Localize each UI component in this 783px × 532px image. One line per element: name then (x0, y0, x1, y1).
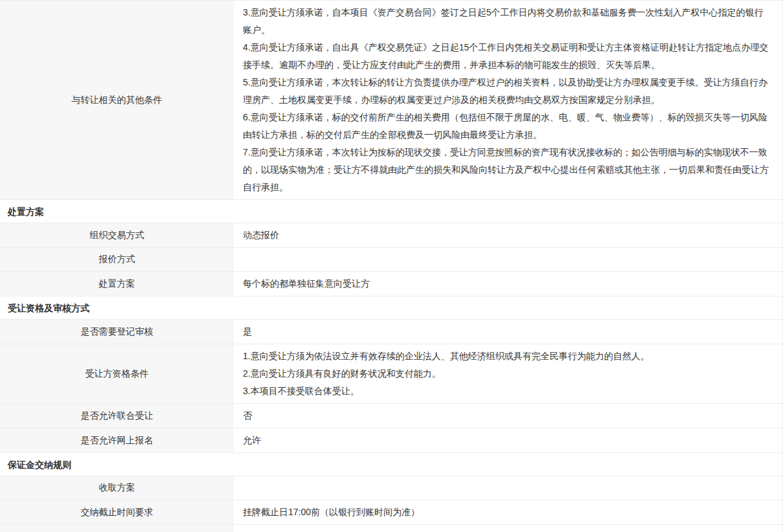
row-value-paragraph: 是 (243, 323, 772, 340)
row-label: 受让方资格条件 (0, 344, 234, 404)
row-value-paragraph: 3.意向受让方须承诺，自本项目《资产交易合同》签订之日起5个工作日内将交易价款和… (243, 4, 772, 39)
table-row: 交纳截止时间要求挂牌截止日17:00前（以银行到账时间为准） (0, 500, 782, 525)
row-label: 保证事项 (0, 525, 234, 532)
row-value-paragraph: 每个标的都单独征集意向受让方 (243, 275, 772, 293)
table-row: 是否允许网上报名允许 (0, 428, 782, 453)
table-row: 是否允许联合受让否 (0, 404, 782, 428)
table-row: 处置方案每个标的都单独征集意向受让方 (0, 272, 782, 296)
row-value: 否 (235, 404, 782, 428)
table-row: 与转让相关的其他条件3.意向受让方须承诺，自本项目《资产交易合同》签订之日起5个… (0, 1, 782, 200)
row-value-paragraph: 4.意向受让方须承诺，自出具《产权交易凭证》之日起15个工作日内凭相关交易证明和… (243, 39, 772, 74)
row-value: 挂牌截止日17:00前（以银行到账时间为准） (235, 500, 782, 525)
row-label: 是否允许联合受让 (0, 404, 234, 428)
row-value: 1.意向受让方须为依法设立并有效存续的企业法人、其他经济组织或具有完全民事行为能… (235, 344, 782, 404)
row-value: 允许 (235, 428, 782, 453)
row-label: 处置方案 (0, 272, 234, 296)
row-label: 组织交易方式 (0, 223, 234, 248)
table-row: 保证事项受让方应按约定与转让方签署《资产交易合同》，并按规定交纳交易费用。 (0, 525, 782, 532)
row-value-paragraph: 受让方应按约定与转让方签署《资产交易合同》，并按规定交纳交易费用。 (243, 528, 772, 532)
row-label: 与转让相关的其他条件 (0, 1, 234, 200)
row-value: 是 (235, 320, 782, 344)
table-row: 收取方案 (0, 476, 782, 500)
row-value (235, 476, 782, 500)
row-label: 是否需要登记审核 (0, 320, 234, 344)
row-value-paragraph: 6.意向受让方须承诺，标的交付前所产生的相关费用（包括但不限于房屋的水、电、暖、… (243, 109, 772, 144)
row-value-paragraph: 1.意向受让方须为依法设立并有效存续的企业法人、其他经济组织或具有完全民事行为能… (243, 348, 772, 365)
transaction-detail-table: 与转让相关的其他条件3.意向受让方须承诺，自本项目《资产交易合同》签订之日起5个… (0, 0, 783, 532)
row-value-paragraph: 3.本项目不接受联合体受让。 (243, 382, 772, 400)
row-value (235, 248, 782, 272)
row-value: 动态报价 (235, 223, 782, 248)
row-value-paragraph: 挂牌截止日17:00前（以银行到账时间为准） (243, 504, 772, 521)
row-value: 每个标的都单独征集意向受让方 (235, 272, 782, 296)
row-value-paragraph: 动态报价 (243, 227, 772, 244)
row-label: 交纳截止时间要求 (0, 500, 234, 525)
row-value-paragraph: 7.意向受让方须承诺，本次转让为按标的现状交接，受让方同意按照标的资产现有状况接… (243, 144, 772, 196)
table-row: 受让方资格条件1.意向受让方须为依法设立并有效存续的企业法人、其他经济组织或具有… (0, 344, 782, 404)
row-value-paragraph: 否 (243, 407, 772, 425)
section-header: 受让资格及审核方式 (0, 296, 782, 320)
row-value-paragraph: 允许 (243, 432, 772, 449)
row-label: 报价方式 (0, 248, 234, 272)
table-row: 是否需要登记审核是 (0, 320, 782, 344)
table-row: 组织交易方式动态报价 (0, 223, 782, 248)
row-label: 收取方案 (0, 476, 234, 500)
section-header: 保证金交纳规则 (0, 453, 782, 476)
row-value-paragraph: 5.意向受让方须承诺，本次转让标的转让方负责提供办理产权过户的相关资料，以及协助… (243, 74, 772, 109)
row-value: 受让方应按约定与转让方签署《资产交易合同》，并按规定交纳交易费用。 (235, 525, 782, 532)
row-value-paragraph: 2.意向受让方须具有良好的财务状况和支付能力。 (243, 365, 772, 382)
table-row: 报价方式 (0, 248, 782, 272)
row-label: 是否允许网上报名 (0, 428, 234, 453)
row-value: 3.意向受让方须承诺，自本项目《资产交易合同》签订之日起5个工作日内将交易价款和… (235, 1, 782, 200)
section-header: 处置方案 (0, 200, 782, 223)
